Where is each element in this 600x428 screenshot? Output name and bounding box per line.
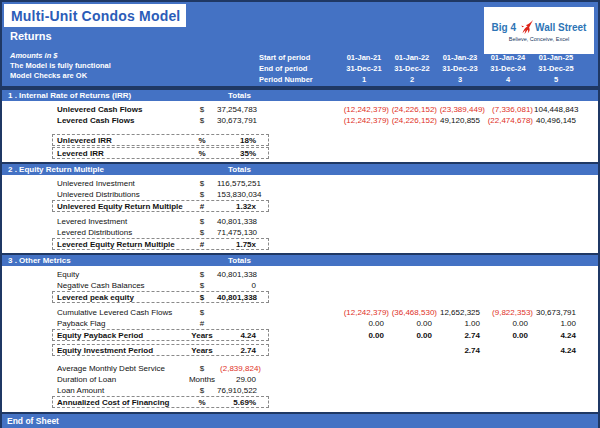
row-total-cell[interactable]: 2.74 [217, 346, 262, 355]
row-unit-cell[interactable]: $ [187, 308, 217, 317]
period-value-cell-5[interactable]: 30,673,791 [534, 308, 582, 317]
row-unit-cell[interactable]: Years [187, 346, 217, 355]
row-total-cell[interactable]: 116,575,251 [217, 179, 262, 188]
end-date-cell-1[interactable]: 31-Dec-21 [340, 64, 388, 73]
period-value-cell-1[interactable]: (12,242,379) [342, 308, 390, 317]
row-unit-cell[interactable]: # [187, 240, 217, 249]
period-value-cell-2[interactable]: 0.00 [390, 319, 438, 328]
row-label[interactable]: Levered IRR [54, 149, 187, 158]
row-label[interactable]: Duration of Loan [54, 375, 187, 384]
row-label[interactable]: Unlevered Distributions [54, 190, 187, 199]
row-label[interactable]: Equity Investment Period [54, 346, 187, 355]
row-total-cell[interactable]: 35% [217, 149, 262, 158]
end-date-cell-3[interactable]: 31-Dec-23 [436, 64, 484, 73]
row-unit-cell[interactable]: $ [187, 217, 217, 226]
row-total-cell[interactable]: 30,673,791 [217, 116, 262, 125]
row-unit-cell[interactable]: $ [187, 116, 217, 125]
row-label[interactable]: Average Monthly Debt Service [54, 364, 187, 373]
period-number-cell-3[interactable]: 3 [436, 75, 484, 84]
period-value-cell-2[interactable]: (36,468,530) [390, 308, 438, 317]
row-unit-cell[interactable]: # [187, 319, 217, 328]
period-value-cell-5[interactable]: 40,496,145 [534, 116, 582, 125]
row-total-cell[interactable]: 0 [217, 281, 262, 290]
row-unit-cell[interactable]: % [187, 149, 217, 158]
row-label[interactable]: Levered Distributions [54, 228, 187, 237]
end-date-cell-5[interactable]: 31-Dec-25 [532, 64, 580, 73]
row-label[interactable]: Unlevered Equity Return Multiple [54, 202, 187, 211]
row-unit-cell[interactable]: $ [187, 105, 217, 114]
row-total-cell[interactable]: 71,475,130 [217, 228, 262, 237]
row-label[interactable]: Loan Amount [54, 386, 187, 395]
period-value-cell-4[interactable]: (22,474,678) [486, 116, 534, 125]
row-total-cell[interactable]: 4.24 [217, 331, 262, 340]
end-date-cell-2[interactable]: 31-Dec-22 [388, 64, 436, 73]
row-unit-cell[interactable]: $ [187, 293, 217, 302]
row-total-cell[interactable]: 40,801,338 [217, 293, 262, 302]
period-value-cell-4[interactable]: 0.00 [486, 331, 534, 340]
row-label[interactable]: Levered Equity Return Multiple [54, 240, 187, 249]
row-unit-cell[interactable]: $ [187, 179, 217, 188]
period-value-cell-4[interactable]: (9,822,353) [486, 308, 534, 317]
period-value-cell-3[interactable]: 12,652,325 [438, 308, 486, 317]
row-unit-cell[interactable]: # [187, 202, 217, 211]
row-label[interactable]: Unlevered Cash Flows [54, 105, 187, 114]
row-unit-cell[interactable]: $ [187, 386, 217, 395]
row-label[interactable]: Levered Investment [54, 217, 187, 226]
row-label[interactable]: Payback Flag [54, 319, 187, 328]
period-number-cell-5[interactable]: 5 [532, 75, 580, 84]
end-date-cell-4[interactable]: 31-Dec-24 [484, 64, 532, 73]
start-date-cell-2[interactable]: 01-Jan-22 [388, 53, 436, 62]
period-value-cell-4[interactable]: 0.00 [486, 319, 534, 328]
start-date-cell-1[interactable]: 01-Jan-21 [340, 53, 388, 62]
period-number-cell-4[interactable]: 4 [484, 75, 532, 84]
row-unit-cell[interactable]: $ [187, 270, 217, 279]
row-unit-cell[interactable]: % [187, 398, 217, 407]
row-total-cell[interactable]: 37,254,783 [217, 105, 262, 114]
period-value-cell-5[interactable]: 4.24 [534, 346, 582, 355]
period-value-cell-3[interactable]: 2.74 [438, 346, 486, 355]
row-total-cell[interactable]: 1.75x [217, 240, 262, 249]
period-value-cell-3[interactable]: (23,389,449) [438, 105, 486, 114]
period-value-cell-2[interactable]: (24,226,152) [390, 105, 438, 114]
period-value-cell-2[interactable]: (24,226,152) [390, 116, 438, 125]
row-unit-cell[interactable]: % [187, 136, 217, 145]
row-total-cell[interactable]: 1.32x [217, 202, 262, 211]
period-number-cell-1[interactable]: 1 [340, 75, 388, 84]
row-label[interactable]: Annualized Cost of Financing [54, 398, 187, 407]
row-label[interactable]: Unlevered IRR [54, 136, 187, 145]
row-total-cell[interactable]: 29.00 [217, 375, 262, 384]
period-value-cell-2[interactable]: 0.00 [390, 331, 438, 340]
row-total-cell[interactable]: 5.69% [217, 398, 262, 407]
row-unit-cell[interactable]: Months [187, 375, 217, 384]
row-label[interactable]: Negative Cash Balances [54, 281, 187, 290]
row-label[interactable]: Equity [54, 270, 187, 279]
row-unit-cell[interactable]: $ [187, 281, 217, 290]
row-label[interactable]: Equity Payback Period [54, 331, 187, 340]
row-unit-cell[interactable]: $ [187, 228, 217, 237]
row-label[interactable]: Cumulative Levered Cash Flows [54, 308, 187, 317]
period-value-cell-3[interactable]: 2.74 [438, 331, 486, 340]
period-value-cell-4[interactable]: (7,336,081) [486, 105, 534, 114]
period-value-cell-5[interactable]: 104,448,843 [534, 105, 582, 114]
period-value-cell-5[interactable]: 4.24 [534, 331, 582, 340]
row-label[interactable]: Unlevered Investment [54, 179, 187, 188]
start-date-cell-5[interactable]: 01-Jan-25 [532, 53, 580, 62]
row-unit-cell[interactable]: $ [187, 364, 217, 373]
start-date-cell-3[interactable]: 01-Jan-23 [436, 53, 484, 62]
period-value-cell-1[interactable]: 0.00 [342, 331, 390, 340]
period-value-cell-3[interactable]: 1.00 [438, 319, 486, 328]
row-total-cell[interactable]: 40,801,338 [217, 270, 262, 279]
period-value-cell-1[interactable]: (12,242,379) [342, 105, 390, 114]
period-value-cell-5[interactable]: 1.00 [534, 319, 582, 328]
row-total-cell[interactable]: 40,801,338 [217, 217, 262, 226]
row-unit-cell[interactable]: $ [187, 190, 217, 199]
row-unit-cell[interactable]: Years [187, 331, 217, 340]
row-total-cell[interactable]: 153,830,034 [217, 190, 262, 199]
period-value-cell-3[interactable]: 49,120,855 [438, 116, 486, 125]
row-total-cell[interactable]: 18% [217, 136, 262, 145]
period-number-cell-2[interactable]: 2 [388, 75, 436, 84]
period-value-cell-1[interactable]: (12,242,379) [342, 116, 390, 125]
row-label[interactable]: Levered peak equity [54, 293, 187, 302]
row-total-cell[interactable]: (2,839,824) [217, 364, 262, 373]
row-total-cell[interactable]: 76,910,522 [217, 386, 262, 395]
